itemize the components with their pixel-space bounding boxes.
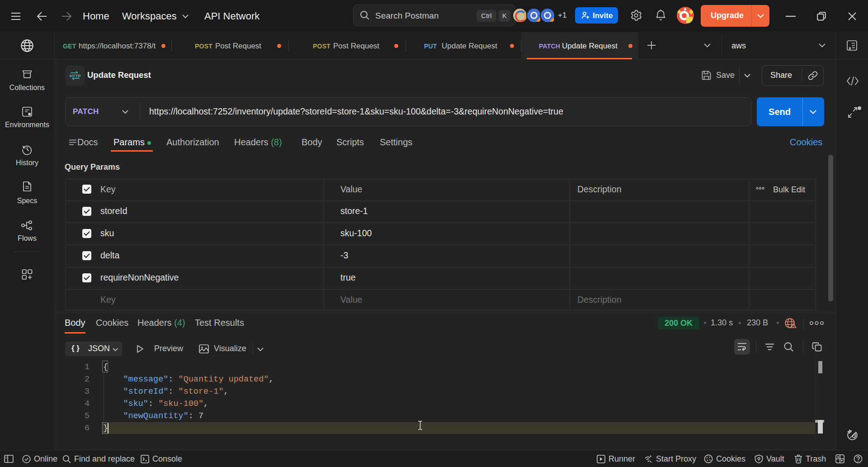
svg-text:HTTP: HTTP bbox=[70, 73, 81, 78]
